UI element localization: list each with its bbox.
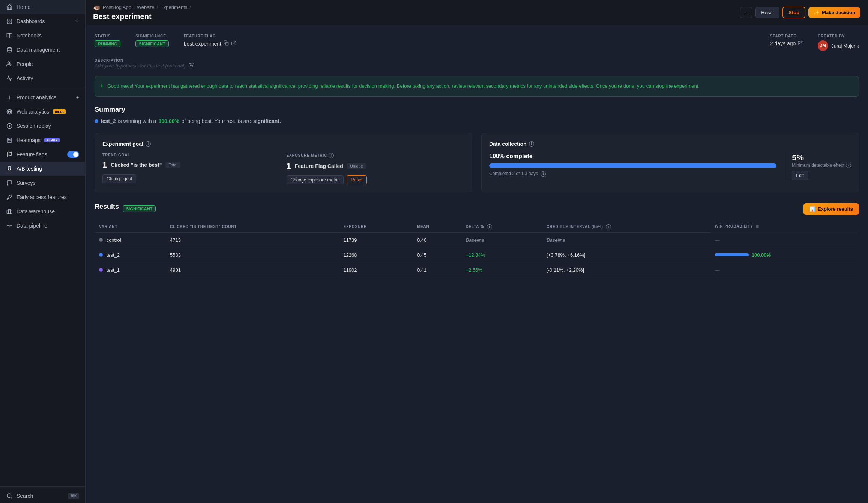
avatar: JM — [818, 40, 828, 51]
pipeline-icon — [6, 222, 13, 229]
start-date-meta: START DATE 2 days ago — [770, 34, 803, 46]
reset-button[interactable]: Reset — [755, 7, 779, 18]
sidebar-item-product-analytics[interactable]: Product analytics + — [0, 90, 85, 105]
created-by-label: CREATED BY — [818, 34, 859, 38]
mde-info[interactable]: i — [846, 163, 851, 168]
delta-info[interactable]: i — [487, 224, 492, 229]
reset-exposure-button[interactable]: Reset — [347, 175, 366, 184]
sidebar-item-dashboards[interactable]: Dashboards — [0, 14, 85, 28]
sidebar-item-data-pipeline[interactable]: Data pipeline — [0, 219, 85, 233]
svg-point-11 — [7, 123, 12, 128]
sidebar-item-web-analytics[interactable]: Web analytics BETA — [0, 105, 85, 119]
col-delta: DELTA % i — [461, 221, 542, 233]
sidebar-item-activity[interactable]: Activity — [0, 71, 85, 85]
variant-dot-control — [99, 238, 103, 242]
interval-control: Baseline — [542, 232, 710, 247]
edit-description-icon[interactable] — [189, 63, 194, 69]
meta-right: START DATE 2 days ago CREATED BY JM Jura… — [770, 34, 859, 51]
sidebar-item-data-warehouse[interactable]: Data warehouse — [0, 204, 85, 219]
people-icon — [6, 61, 13, 67]
mean-test1: 0.41 — [413, 262, 461, 277]
feature-flag-meta: FEATURE FLAG best-experiment — [184, 34, 236, 51]
sidebar-item-notebooks[interactable]: Notebooks — [0, 28, 85, 43]
svg-line-20 — [11, 497, 12, 498]
plus-icon[interactable]: + — [76, 94, 79, 100]
sidebar-item-ab-testing[interactable]: A/B testing — [0, 162, 85, 176]
dc-inner: 100% complete Completed 2 of 1.3 days i … — [489, 153, 851, 180]
edit-start-date-icon[interactable] — [798, 40, 803, 46]
description-placeholder[interactable]: Add your hypothesis for this test (optio… — [95, 63, 859, 69]
beaker-icon — [6, 165, 13, 172]
significance-label: SIGNIFICANCE — [135, 34, 168, 38]
topbar-left: 🦔 PostHog App + Website / Experiments / … — [93, 4, 191, 21]
interval-info[interactable]: i — [606, 224, 611, 229]
wand-icon: ✨ — [814, 10, 820, 15]
topbar: 🦔 PostHog App + Website / Experiments / … — [86, 0, 868, 25]
count-test1: 4901 — [165, 262, 339, 277]
sidebar-item-session-replay[interactable]: Session replay — [0, 119, 85, 133]
sidebar-item-dashboards-label: Dashboards — [17, 18, 45, 24]
activity-icon — [6, 75, 13, 82]
svg-rect-21 — [225, 42, 228, 45]
feature-flags-toggle[interactable] — [67, 151, 79, 158]
interval-test1: [-0.11%, +2.20%] — [542, 262, 710, 277]
sidebar-item-people[interactable]: People — [0, 57, 85, 71]
significance-badge: SIGNIFICANT — [135, 40, 168, 47]
sidebar-item-heatmaps-label: Heatmaps — [17, 137, 41, 143]
exposure-metric: EXPOSURE METRIC i 1 Feature Flag Called … — [287, 153, 465, 184]
status-label: STATUS — [95, 34, 120, 38]
change-exposure-button[interactable]: Change exposure metric — [287, 175, 344, 184]
alpha-badge: ALPHA — [44, 138, 60, 142]
external-link-icon[interactable] — [231, 40, 236, 47]
info-banner-icon: ℹ — [101, 83, 103, 90]
breadcrumb-app[interactable]: PostHog App + Website — [103, 4, 154, 10]
svg-marker-12 — [9, 125, 11, 127]
svg-point-5 — [8, 62, 9, 64]
chart-icon — [6, 94, 13, 101]
edit-mde-button[interactable]: Edit — [792, 171, 808, 180]
change-goal-button[interactable]: Change goal — [102, 174, 136, 183]
dc-sub-info[interactable]: i — [541, 171, 546, 177]
more-options-button[interactable]: ··· — [740, 7, 752, 18]
sidebar-item-surveys[interactable]: Surveys — [0, 176, 85, 190]
breadcrumb-sep-2: / — [189, 4, 191, 10]
exposure-control: 11739 — [339, 232, 413, 247]
sidebar-item-heatmaps[interactable]: Heatmaps ALPHA — [0, 133, 85, 147]
col-count: CLICKED "IS THE BEST" COUNT — [165, 221, 339, 233]
sidebar-item-early-access[interactable]: Early access features — [0, 190, 85, 204]
experiment-goal-info[interactable]: i — [146, 141, 151, 147]
exposure-info[interactable]: i — [329, 153, 334, 158]
win-probability: 100.00% — [158, 118, 179, 124]
sidebar-item-early-access-label: Early access features — [17, 194, 67, 200]
sidebar-item-feature-flags[interactable]: Feature flags — [0, 147, 85, 162]
notebook-icon — [6, 32, 13, 39]
sidebar-item-surveys-label: Surveys — [17, 180, 36, 186]
copy-icon[interactable] — [224, 40, 229, 47]
explore-results-button[interactable]: 📊 Explore results — [803, 203, 859, 215]
results-heading: Results — [95, 203, 119, 211]
description-label: DESCRIPTION — [95, 58, 859, 63]
sidebar-item-data-management-label: Data management — [17, 47, 60, 53]
table-row: test_2 5533 12268 0.45 +12.34% [+3.78%, … — [95, 247, 859, 262]
dc-main: 100% complete Completed 2 of 1.3 days i — [489, 153, 776, 177]
summary-text: test_2 is winning with a 100.00% of bein… — [95, 118, 859, 124]
summary-title: Summary — [95, 106, 859, 114]
make-decision-button[interactable]: ✨ Make decision — [808, 7, 860, 18]
sidebar-item-data-management[interactable]: Data management — [0, 43, 85, 57]
main-content: 🦔 PostHog App + Website / Experiments / … — [86, 0, 868, 503]
summary-dot — [95, 119, 98, 123]
data-collection-info[interactable]: i — [529, 141, 534, 147]
trend-goal-label: TREND GOAL — [102, 153, 281, 157]
sidebar-item-home-label: Home — [17, 4, 30, 10]
svg-rect-18 — [7, 210, 12, 214]
divider-2 — [0, 486, 85, 487]
table-body: control 4713 11739 0.40 Baseline Baselin… — [95, 232, 859, 277]
summary-section: Summary test_2 is winning with a 100.00%… — [95, 106, 859, 124]
content-area: STATUS RUNNING SIGNIFICANCE SIGNIFICANT … — [86, 25, 868, 503]
table-header: VARIANT CLICKED "IS THE BEST" COUNT EXPO… — [95, 221, 859, 233]
stop-button[interactable]: Stop — [782, 7, 805, 18]
breadcrumb-section[interactable]: Experiments — [160, 4, 187, 10]
sidebar-search[interactable]: Search ⌘K — [0, 489, 85, 503]
sidebar-item-notebooks-label: Notebooks — [17, 33, 42, 39]
sidebar-item-home[interactable]: Home — [0, 0, 85, 14]
